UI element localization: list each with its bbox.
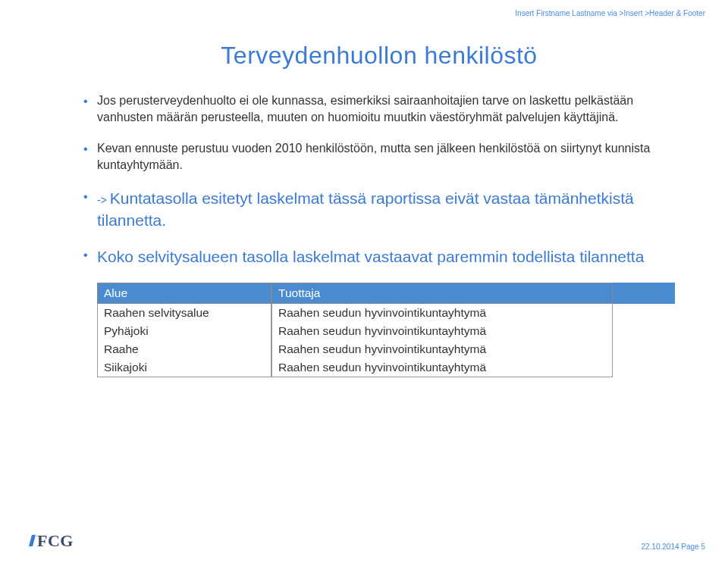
- page-info: 22.10.2014 Page 5: [641, 543, 705, 551]
- table-cell: Raahe: [97, 340, 271, 358]
- bullet-item: -> Kuntatasolla esitetyt laskelmat tässä…: [83, 188, 675, 231]
- bullet-text: Koko selvitysalueen tasolla laskelmat va…: [97, 248, 644, 265]
- table-header-row: Alue Tuottaja: [97, 283, 675, 304]
- table-cell: Raahen seudun hyvinvointikuntayhtymä: [271, 340, 613, 358]
- table-cell: Raahen seudun hyvinvointikuntayhtymä: [271, 322, 613, 340]
- table-cell: Raahen selvitysalue: [97, 304, 271, 322]
- table-row: Raahe Raahen seudun hyvinvointikuntayhty…: [97, 340, 675, 358]
- bullet-text: Kevan ennuste perustuu vuoden 2010 henki…: [97, 142, 650, 171]
- bullet-item: Koko selvitysalueen tasolla laskelmat va…: [83, 246, 675, 267]
- footer: FCG 22.10.2014 Page 5: [0, 531, 728, 551]
- table-cell: Raahen seudun hyvinvointikuntayhtymä: [271, 304, 613, 322]
- data-table: Alue Tuottaja Raahen selvitysalue Raahen…: [97, 283, 675, 377]
- table-row: Pyhäjoki Raahen seudun hyvinvointikuntay…: [97, 322, 675, 340]
- bullet-text: Kuntatasolla esitetyt laskelmat tässä ra…: [97, 189, 634, 228]
- table-cell: Pyhäjoki: [97, 322, 271, 340]
- table-cell: Raahen seudun hyvinvointikuntayhtymä: [271, 358, 613, 377]
- table-row: Siikajoki Raahen seudun hyvinvointikunta…: [97, 358, 675, 377]
- table-header-cell: Tuottaja: [271, 283, 613, 304]
- table-row: Raahen selvitysalue Raahen seudun hyvinv…: [97, 304, 675, 322]
- bullet-item: Jos perusterveydenhuolto ei ole kunnassa…: [83, 92, 675, 125]
- main-content: Terveydenhuollon henkilöstö Jos peruster…: [0, 0, 728, 377]
- arrow-prefix: ->: [97, 194, 110, 206]
- table-body: Raahen selvitysalue Raahen seudun hyvinv…: [97, 304, 675, 377]
- table-header-cell: Alue: [97, 283, 271, 304]
- bullet-item: Kevan ennuste perustuu vuoden 2010 henki…: [83, 140, 675, 173]
- logo-bar-icon: [29, 535, 36, 546]
- bullet-list: Jos perusterveydenhuolto ei ole kunnassa…: [83, 92, 675, 267]
- bullet-text: Jos perusterveydenhuolto ei ole kunnassa…: [97, 94, 633, 124]
- page-title: Terveydenhuollon henkilöstö: [83, 42, 675, 70]
- table-cell: Siikajoki: [97, 358, 271, 377]
- logo-text: FCG: [37, 531, 74, 551]
- logo: FCG: [30, 531, 74, 551]
- header-note: Insert Firstname Lastname via >Insert >H…: [515, 9, 705, 17]
